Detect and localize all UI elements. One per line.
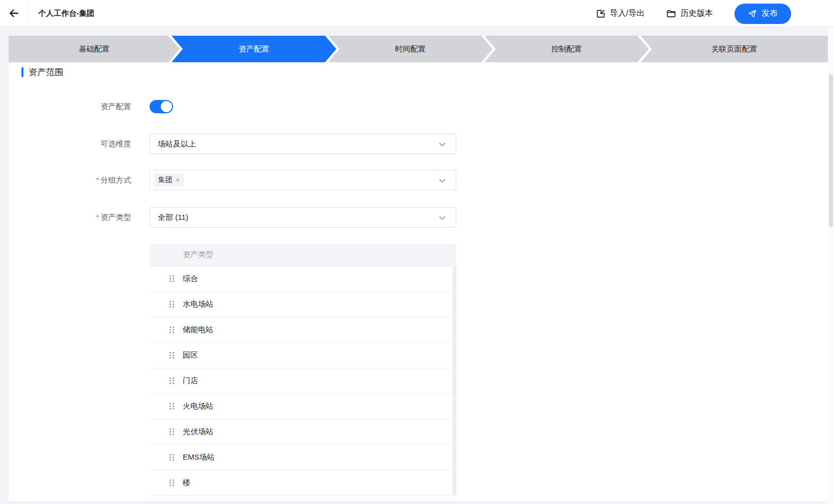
section-header: 资产范围	[21, 66, 63, 78]
drag-handle-icon[interactable]	[169, 428, 175, 436]
dimension-label: 可选维度	[9, 139, 131, 149]
asset-type-cell: 综合	[183, 274, 198, 284]
required-mark: *	[96, 213, 99, 221]
group-tag: 集团 ×	[154, 173, 184, 187]
table-scrollbar[interactable]	[453, 266, 456, 496]
section-title: 资产范围	[29, 66, 63, 78]
page-scrollbar-track	[828, 27, 834, 504]
arrow-left-icon	[8, 7, 20, 19]
step-wizard: 基础配置 资产配置 时间配置 控制配置 关联页面配置	[9, 36, 828, 62]
history-versions-label: 历史版本	[680, 8, 713, 19]
drag-handle-icon[interactable]	[169, 300, 175, 308]
chevron-down-icon	[439, 179, 446, 183]
asset-type-label: *资产类型	[9, 213, 131, 222]
required-mark: *	[96, 175, 99, 184]
top-bar: 个人工作台-集团 导入/导出 历史版本	[0, 0, 834, 27]
asset-type-select-value: 全部 (11)	[158, 213, 188, 222]
back-button[interactable]	[0, 0, 28, 27]
asset-type-select[interactable]: 全部 (11)	[150, 207, 456, 228]
form-row-dimension: 可选维度 场站及以上	[9, 134, 456, 154]
drag-handle-icon[interactable]	[169, 402, 175, 410]
remove-tag-icon[interactable]: ×	[176, 177, 180, 184]
table-row: 水电场站	[150, 292, 453, 317]
asset-config-page: 个人工作台-集团 导入/导出 历史版本	[0, 0, 834, 504]
asset-config-toggle[interactable]	[150, 100, 173, 113]
asset-type-cell: 储能电站	[183, 325, 213, 335]
step-tab-related-page-config[interactable]: 关联页面配置	[641, 36, 828, 62]
asset-type-cell: 楼	[183, 478, 190, 488]
table-row: 楼	[150, 470, 453, 496]
topbar-divider	[28, 4, 28, 22]
page-title: 个人工作台-集团	[38, 9, 94, 18]
form-row-asset-config: 资产配置	[9, 93, 173, 120]
table-row: 火电场站	[150, 394, 453, 419]
asset-type-cell: EMS场站	[183, 452, 215, 462]
toggle-knob	[161, 101, 172, 112]
step-tab-time-config[interactable]: 时间配置	[328, 36, 493, 62]
table-body: 综合水电场站储能电站园区门店火电场站光伏场站EMS场站楼	[150, 266, 456, 496]
table-row: 园区	[150, 343, 453, 368]
dimension-select[interactable]: 场站及以上	[150, 134, 456, 154]
history-versions-button[interactable]: 历史版本	[666, 8, 713, 19]
chevron-down-icon	[439, 142, 446, 147]
asset-type-table: 资产类型 综合水电场站储能电站园区门店火电场站光伏场站EMS场站楼	[150, 244, 456, 496]
drag-handle-icon[interactable]	[169, 326, 175, 334]
table-row: 综合	[150, 266, 453, 292]
asset-type-cell: 火电场站	[183, 401, 213, 411]
chevron-down-icon	[439, 216, 446, 220]
asset-type-cell: 园区	[183, 350, 198, 360]
grouping-select[interactable]: 集团 ×	[150, 170, 456, 190]
asset-type-cell: 门店	[183, 376, 198, 386]
import-export-button[interactable]: 导入/导出	[596, 8, 645, 19]
topbar-actions: 导入/导出 历史版本 发布	[596, 0, 791, 27]
dimension-select-value: 场站及以上	[158, 139, 196, 149]
drag-handle-icon[interactable]	[169, 479, 175, 487]
table-row: EMS场站	[150, 445, 453, 470]
asset-type-cell: 水电场站	[183, 299, 213, 309]
publish-button[interactable]: 发布	[734, 4, 791, 24]
page-scrollbar-thumb[interactable]	[829, 74, 833, 227]
asset-type-cell: 光伏场站	[183, 427, 213, 437]
content-card: 基础配置 资产配置 时间配置 控制配置 关联页面配置 资产范围 资产配置	[9, 36, 828, 501]
send-icon	[748, 9, 757, 18]
table-row: 光伏场站	[150, 419, 453, 445]
drag-handle-icon[interactable]	[169, 351, 175, 359]
grouping-label: *分组方式	[9, 175, 131, 185]
import-export-label: 导入/导出	[610, 8, 645, 19]
table-row: 储能电站	[150, 317, 453, 343]
step-tab-asset-config[interactable]: 资产配置	[171, 36, 336, 62]
form-row-asset-type: *资产类型 全部 (11)	[9, 207, 456, 228]
folder-icon	[666, 9, 676, 19]
publish-label: 发布	[762, 8, 778, 19]
table-row: 门店	[150, 368, 453, 394]
table-header-cell: 资产类型	[150, 244, 456, 266]
step-tab-basic-config[interactable]: 基础配置	[9, 36, 180, 62]
section-accent-bar	[21, 67, 23, 77]
drag-handle-icon[interactable]	[169, 275, 175, 283]
form-row-grouping: *分组方式 集团 ×	[9, 170, 456, 190]
step-tab-control-config[interactable]: 控制配置	[484, 36, 649, 62]
drag-handle-icon[interactable]	[169, 453, 175, 461]
asset-config-label: 资产配置	[9, 102, 131, 112]
import-export-icon	[596, 9, 606, 19]
group-tag-label: 集团	[158, 175, 173, 185]
drag-handle-icon[interactable]	[169, 377, 175, 385]
